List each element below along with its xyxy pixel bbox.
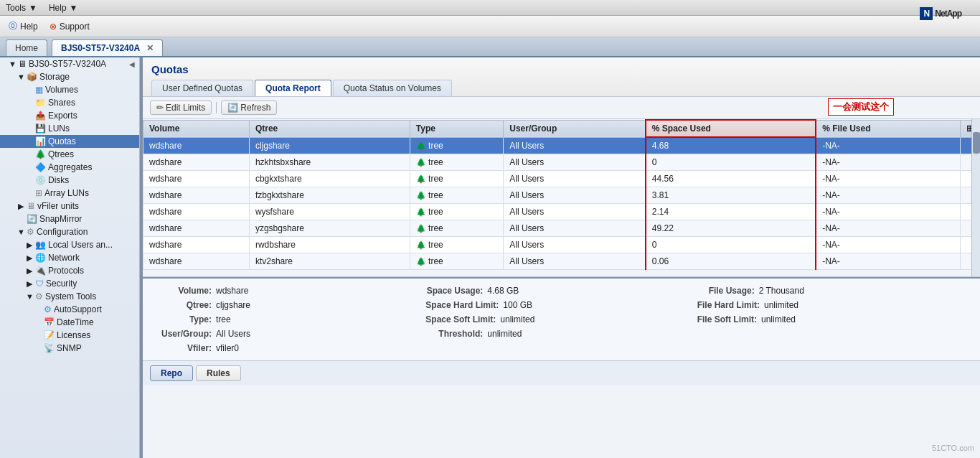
table-row[interactable]: wdsharerwdbshare🌲 treeAll Users0-NA- — [143, 237, 980, 253]
tab-user-defined[interactable]: User Defined Quotas — [151, 80, 253, 96]
help-button[interactable]: ⓪ Help — [9, 20, 38, 32]
detail-filehardlimit-row: File Hard Limit: unlimited — [697, 300, 969, 310]
snmp-icon: 📡 — [44, 343, 55, 353]
tree-icon: 🌲 — [416, 158, 426, 167]
sidebar-item-licenses[interactable]: 📝 Licenses — [0, 329, 139, 342]
table-row[interactable]: wdsharektv2share🌲 treeAll Users0.06-NA- — [143, 253, 980, 270]
localusers-icon: 👥 — [35, 240, 46, 250]
sidebar-item-shares[interactable]: 📁 Shares — [0, 96, 139, 109]
sidebar-item-luns[interactable]: 💾 LUNs — [0, 122, 139, 135]
sidebar-item-snapmirror[interactable]: 🔄 SnapMirror — [0, 212, 139, 225]
disks-icon: 💿 — [35, 175, 46, 185]
table-row[interactable]: wdsharecljgshare🌲 treeAll Users4.68-NA- — [143, 137, 980, 154]
detail-qtree-row: Qtree: cljgshare — [154, 300, 425, 310]
tab-main[interactable]: BJS0-ST57-V3240A ✕ — [52, 39, 163, 56]
col-pct-file: % File Used — [816, 120, 960, 137]
tab-home[interactable]: Home — [6, 39, 47, 56]
tree-icon: 🌲 — [416, 240, 426, 249]
table-row[interactable]: wdsharewysfshare🌲 treeAll Users2.14-NA- — [143, 204, 980, 220]
detail-spacesoftlimit-row: Space Soft Limit: unlimited — [425, 314, 697, 324]
bottom-tab-rules[interactable]: Rules — [196, 365, 241, 381]
col-type: Type — [410, 120, 504, 137]
col-qtree: Qtree — [249, 120, 410, 137]
refresh-icon: 🔄 — [227, 103, 238, 113]
table-row[interactable]: wdshareyzgsbgshare🌲 treeAll Users49.22-N… — [143, 220, 980, 237]
detail-fileusage-row: File Usage: 2 Thousand — [697, 286, 969, 296]
cell-usergroup: All Users — [504, 204, 646, 220]
sidebar-item-arrayluns[interactable]: ⊞ Array LUNs — [0, 187, 139, 200]
sidebar-item-snmp[interactable]: 📡 SNMP — [0, 342, 139, 355]
server-icon: 🖥 — [18, 59, 27, 69]
sidebar-item-security[interactable]: ▶ 🛡 Security — [0, 277, 139, 290]
cell-usergroup: All Users — [504, 237, 646, 253]
content-tabs: User Defined Quotas Quota Report Quota S… — [151, 80, 971, 96]
sidebar-item-autosupport[interactable]: ⚙ AutoSupport — [0, 303, 139, 316]
exports-icon: 📤 — [35, 111, 46, 121]
arrayluns-icon: ⊞ — [35, 188, 42, 198]
cell-type: 🌲 tree — [410, 220, 504, 237]
cell-qtree: hzkhtsbxshare — [249, 154, 410, 171]
close-tab-icon[interactable]: ✕ — [146, 43, 154, 53]
sidebar-item-protocols[interactable]: ▶ 🔌 Protocols — [0, 264, 139, 277]
sidebar-item-localusers[interactable]: ▶ 👥 Local Users an... — [0, 238, 139, 251]
quota-table-container: Volume Qtree Type User/Group % Space Use… — [143, 119, 980, 277]
sidebar-item-root[interactable]: ▼ 🖥 BJS0-ST57-V3240A — [0, 57, 139, 70]
sidebar-item-disks[interactable]: 💿 Disks — [0, 174, 139, 187]
cell-pct-space: 0 — [646, 154, 816, 171]
cell-usergroup: All Users — [504, 187, 646, 204]
sidebar-item-storage[interactable]: ▼ 📦 Storage — [0, 70, 139, 83]
sidebar-item-network[interactable]: ▶ 🌐 Network — [0, 251, 139, 264]
sidebar-item-qtrees[interactable]: 🌲 Qtrees — [0, 148, 139, 161]
snapmirror-icon: 🔄 — [27, 214, 37, 224]
sidebar-collapse-button[interactable]: ◀ — [129, 60, 138, 69]
cell-type: 🌲 tree — [410, 187, 504, 204]
cell-qtree: ktv2share — [249, 253, 410, 270]
cell-type: 🌲 tree — [410, 253, 504, 270]
expand-arrow-icon: ▼ — [9, 60, 16, 68]
edit-icon: ✏ — [156, 103, 164, 113]
table-row[interactable]: wdsharefzbgkxtshare🌲 treeAll Users3.81-N… — [143, 187, 980, 204]
bottom-tab-repo[interactable]: Repo — [150, 365, 193, 381]
datetime-icon: 📅 — [44, 317, 55, 327]
tree-icon: 🌲 — [416, 224, 426, 233]
cell-type: 🌲 tree — [410, 154, 504, 171]
tab-bar: Home BJS0-ST57-V3240A ✕ — [0, 37, 980, 57]
cell-pct-space: 49.22 — [646, 220, 816, 237]
app-toolbar: ⓪ Help ⊗ Support — [0, 16, 980, 37]
sidebar-item-systemtools[interactable]: ▼ ⚙ System Tools — [0, 290, 139, 303]
cell-pct-space: 0 — [646, 237, 816, 253]
cell-qtree: fzbgkxtshare — [249, 187, 410, 204]
configuration-icon: ⚙ — [27, 227, 34, 237]
sidebar-item-volumes[interactable]: ▦ Volumes — [0, 83, 139, 96]
support-button[interactable]: ⊗ Support — [50, 22, 90, 32]
sidebar-item-exports[interactable]: 📤 Exports — [0, 109, 139, 122]
bottom-tabs: Repo Rules — [143, 360, 980, 385]
cell-usergroup: All Users — [504, 171, 646, 187]
cell-type: 🌲 tree — [410, 137, 504, 154]
luns-icon: 💾 — [35, 123, 46, 134]
tab-quota-report[interactable]: Quota Report — [255, 80, 331, 96]
sidebar-item-aggregates[interactable]: 🔷 Aggregates — [0, 161, 139, 174]
sidebar-item-quotas[interactable]: 📊 Quotas — [0, 135, 139, 148]
aggregates-icon: 🔷 — [35, 162, 46, 172]
table-row[interactable]: wdsharecbgkxtshare🌲 treeAll Users44.56-N… — [143, 171, 980, 187]
refresh-button[interactable]: 🔄 Refresh — [221, 101, 277, 115]
network-icon: 🌐 — [35, 253, 46, 263]
tools-menu[interactable]: Tools — [6, 3, 26, 13]
cell-pct-space: 44.56 — [646, 171, 816, 187]
menu-bar: Tools ▼ Help ▼ NNetApp — [0, 0, 980, 16]
table-scrollbar[interactable] — [971, 119, 980, 276]
table-row[interactable]: wdsharehzkhtsbxshare🌲 treeAll Users0-NA- — [143, 154, 980, 171]
sidebar-item-datetime[interactable]: 📅 DateTime — [0, 316, 139, 329]
tools-arrow-icon: ▼ — [29, 3, 37, 13]
cell-volume: wdshare — [143, 171, 250, 187]
cell-qtree: rwdbshare — [249, 237, 410, 253]
sidebar-item-configuration[interactable]: ▼ ⚙ Configuration — [0, 225, 139, 238]
edit-limits-button[interactable]: ✏ Edit Limits — [150, 101, 212, 115]
help-menu[interactable]: Help — [49, 3, 67, 13]
tab-quota-status[interactable]: Quota Status on Volumes — [333, 80, 452, 96]
sidebar-item-vfiler[interactable]: ▶ 🖥 vFiler units — [0, 200, 139, 212]
col-pct-space: % Space Used — [646, 120, 816, 137]
cell-volume: wdshare — [143, 204, 250, 220]
storage-icon: 📦 — [27, 72, 37, 82]
